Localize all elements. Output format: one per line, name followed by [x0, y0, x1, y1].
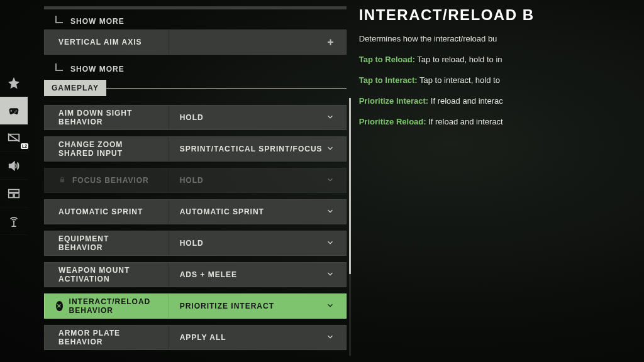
- row-value: SPRINT/TACTICAL SPRINT/FOCUS: [180, 145, 323, 153]
- row-value: ADS + MELEE: [180, 270, 237, 279]
- row-aim-down-sight[interactable]: AIM DOWN SIGHT BEHAVIOR HOLD: [44, 105, 347, 130]
- row-value: HOLD: [180, 113, 204, 122]
- row-change-zoom[interactable]: CHANGE ZOOM SHARED INPUT SPRINT/TACTICAL…: [44, 136, 347, 162]
- description-subtitle: Determines how the interact/reload bu: [359, 34, 644, 43]
- row-label: WEAPON MOUNT ACTIVATION: [58, 266, 154, 283]
- section-header-gameplay: GAMEPLAY: [44, 80, 347, 96]
- show-more-1[interactable]: SHOW MORE: [44, 13, 347, 30]
- row-label: CHANGE ZOOM SHARED INPUT: [58, 140, 154, 158]
- row-weapon-mount[interactable]: WEAPON MOUNT ACTIVATION ADS + MELEE: [44, 262, 347, 287]
- chevron-down-icon: [326, 175, 335, 186]
- sidebar-item-display[interactable]: L2: [0, 124, 28, 152]
- sidebar-item-audio[interactable]: [0, 152, 28, 180]
- row-focus-behavior: FOCUS BEHAVIOR HOLD: [44, 168, 347, 193]
- row-label: VERTICAL AIM AXIS: [58, 38, 142, 47]
- desc-item-prioritize-interact: Prioritize Interact: If reload and inter…: [359, 96, 644, 106]
- row-label: FOCUS BEHAVIOR: [72, 176, 149, 185]
- desc-item-tap-interact: Tap to Interact: Tap to interact, hold t…: [359, 75, 644, 85]
- description-title: INTERACT/RELOAD B: [359, 6, 644, 24]
- row-label: AUTOMATIC SPRINT: [58, 207, 143, 216]
- speaker-icon: [7, 159, 21, 173]
- row-value: AUTOMATIC SPRINT: [180, 207, 264, 216]
- row-label: ARMOR PLATE BEHAVIOR: [58, 329, 154, 346]
- description-panel: INTERACT/RELOAD B Determines how the int…: [353, 0, 644, 362]
- chevron-down-icon[interactable]: [326, 238, 335, 249]
- row-value: HOLD: [180, 176, 204, 185]
- row-vertical-aim-axis[interactable]: VERTICAL AIM AXIS +: [44, 30, 347, 55]
- monitor-icon: [7, 131, 21, 145]
- sidebar-item-interface[interactable]: [0, 180, 28, 207]
- settings-panel: SHOW MORE VERTICAL AIM AXIS + SHOW MORE …: [28, 0, 353, 362]
- chevron-down-icon[interactable]: [326, 144, 335, 155]
- controller-icon: [7, 104, 21, 118]
- x-button-icon: ✕: [56, 301, 63, 311]
- row-label: EQUIPMENT BEHAVIOR: [58, 234, 154, 252]
- chevron-down-icon[interactable]: [326, 270, 335, 280]
- row-armor-plate[interactable]: ARMOR PLATE BEHAVIOR APPLY ALL: [44, 325, 347, 350]
- scrollbar-thumb[interactable]: [349, 98, 351, 274]
- layout-icon: [7, 187, 21, 200]
- plus-icon[interactable]: +: [327, 36, 335, 49]
- show-more-label: SHOW MORE: [70, 17, 125, 26]
- chevron-down-icon[interactable]: [326, 332, 335, 343]
- row-equipment-behavior[interactable]: EQUIPMENT BEHAVIOR HOLD: [44, 231, 347, 256]
- desc-item-tap-reload: Tap to Reload: Tap to reload, hold to in: [359, 55, 644, 64]
- chevron-down-icon[interactable]: [326, 207, 335, 217]
- row-label: AIM DOWN SIGHT BEHAVIOR: [58, 109, 154, 126]
- sidebar-item-controller[interactable]: [0, 97, 28, 124]
- row-interact-reload[interactable]: ✕ INTERACT/RELOAD BEHAVIOR PRIORITIZE IN…: [44, 293, 347, 319]
- sidebar: L2: [0, 0, 28, 362]
- section-line: [106, 88, 347, 89]
- row-value: APPLY ALL: [180, 333, 226, 342]
- svg-point-0: [13, 220, 15, 222]
- antenna-icon: [7, 214, 21, 228]
- row-label: INTERACT/RELOAD BEHAVIOR: [69, 297, 154, 315]
- desc-item-prioritize-reload: Prioritize Reload: If reload and interac…: [359, 117, 644, 126]
- row-automatic-sprint[interactable]: AUTOMATIC SPRINT AUTOMATIC SPRINT: [44, 199, 347, 224]
- sidebar-item-network[interactable]: [0, 207, 28, 235]
- lock-icon: [58, 176, 66, 185]
- section-chip: GAMEPLAY: [44, 80, 106, 96]
- star-icon: [7, 76, 21, 90]
- corner-icon: [55, 16, 63, 23]
- sidebar-item-favorites[interactable]: [0, 69, 28, 97]
- row-value: PRIORITIZE INTERACT: [180, 302, 274, 310]
- chevron-down-icon[interactable]: [326, 301, 335, 312]
- show-more-2[interactable]: SHOW MORE: [44, 61, 347, 77]
- divider: [44, 6, 347, 9]
- chevron-down-icon[interactable]: [326, 112, 335, 123]
- row-value: HOLD: [180, 239, 204, 248]
- corner-icon: [55, 63, 63, 71]
- show-more-label: SHOW MORE: [70, 65, 125, 74]
